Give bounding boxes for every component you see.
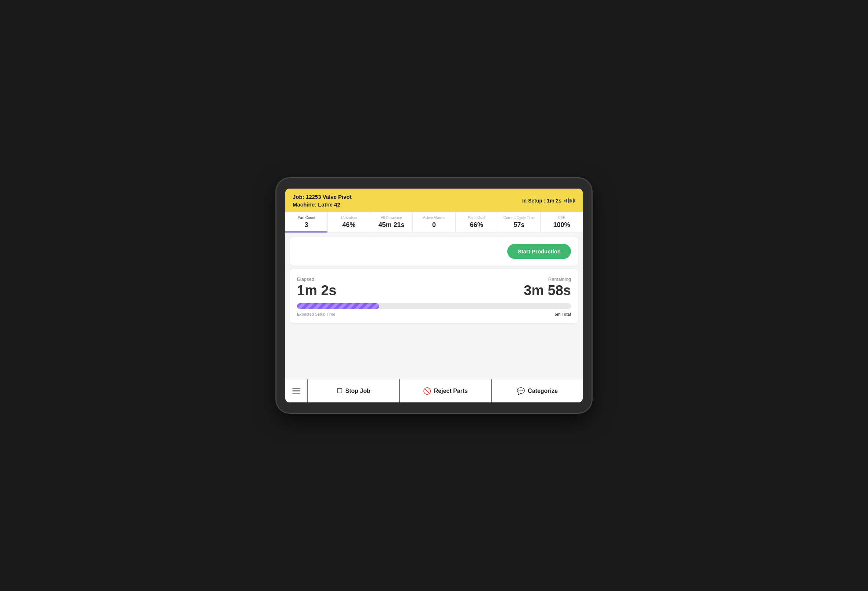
job-title: Job: 12253 Valve Pivot [292, 194, 351, 200]
metric-active-alarms-value: 0 [432, 221, 436, 229]
total-suffix: Total [560, 312, 571, 316]
tablet-shell: Job: 12253 Valve Pivot Machine: Lathe 42… [276, 178, 592, 413]
timer-card: Elapsed 1m 2s Remaining 3m 58s Expected … [290, 269, 578, 323]
reject-parts-label: Reject Parts [434, 388, 468, 394]
metric-utilization[interactable]: Utilization 46% [328, 212, 370, 233]
total-label: 5m Total [555, 312, 571, 316]
status-text: In Setup : 1m 2s [522, 198, 561, 203]
categorize-icon: 💬 [517, 387, 525, 395]
metric-cycle-time-value: 57s [514, 221, 524, 229]
remaining-value: 3m 58s [524, 283, 571, 297]
metric-oee-value: 100% [553, 221, 570, 229]
tablet-screen: Job: 12253 Valve Pivot Machine: Lathe 42… [285, 189, 583, 402]
metric-part-count-label: Part Count [298, 216, 315, 220]
elapsed-block: Elapsed 1m 2s [297, 276, 337, 297]
categorize-button[interactable]: 💬 Categorize [491, 379, 583, 402]
metric-cycle-time-label: Current Cycle Time [503, 216, 535, 220]
stop-job-label: Stop Job [345, 388, 370, 394]
setup-label: Expected Setup Time [297, 312, 335, 316]
hamburger-icon [292, 388, 300, 394]
metric-oee-label: OEE [558, 216, 565, 220]
progress-bar-container [297, 303, 571, 309]
stop-job-button[interactable]: ☐ Stop Job [307, 379, 399, 402]
progress-fill [297, 303, 379, 309]
elapsed-value: 1m 2s [297, 283, 337, 297]
elapsed-label: Elapsed [297, 276, 337, 282]
waveform-icon [564, 198, 576, 203]
reject-parts-icon: 🚫 [423, 387, 431, 395]
status-right: In Setup : 1m 2s [522, 198, 576, 203]
metric-all-downtime-value: 45m 21s [378, 221, 404, 229]
start-production-card: Start Production [290, 237, 578, 265]
header-bar: Job: 12253 Valve Pivot Machine: Lathe 42… [285, 189, 583, 212]
remaining-block: Remaining 3m 58s [524, 276, 571, 297]
metric-active-alarms-label: Active Alarms [423, 216, 445, 220]
metric-utilization-label: Utilization [341, 216, 357, 220]
metric-part-count-value: 3 [305, 221, 309, 229]
progress-labels: Expected Setup Time 5m Total [297, 312, 571, 316]
metric-parts-goal-label: Parts Goal [468, 216, 485, 220]
metric-parts-goal[interactable]: Parts Goal 66% [456, 212, 498, 233]
metric-all-downtime[interactable]: All Downtime 45m 21s [370, 212, 413, 233]
stop-job-icon: ☐ [337, 387, 342, 395]
main-content: Start Production Elapsed 1m 2s Remaining… [285, 233, 583, 379]
timer-row: Elapsed 1m 2s Remaining 3m 58s [297, 276, 571, 297]
metric-parts-goal-value: 66% [470, 221, 483, 229]
metric-all-downtime-label: All Downtime [381, 216, 402, 220]
metric-active-alarms[interactable]: Active Alarms 0 [413, 212, 455, 233]
metric-utilization-value: 46% [342, 221, 356, 229]
header-left: Job: 12253 Valve Pivot Machine: Lathe 42 [292, 194, 351, 208]
reject-parts-button[interactable]: 🚫 Reject Parts [399, 379, 491, 402]
categorize-label: Categorize [528, 388, 558, 394]
metric-oee[interactable]: OEE 100% [540, 212, 583, 233]
start-production-button[interactable]: Start Production [507, 244, 571, 259]
metric-part-count[interactable]: Part Count 3 [285, 212, 328, 233]
metric-cycle-time[interactable]: Current Cycle Time 57s [498, 212, 540, 233]
remaining-label: Remaining [524, 276, 571, 282]
total-value: 5m [555, 312, 561, 316]
metrics-bar: Part Count 3 Utilization 46% All Downtim… [285, 212, 583, 233]
menu-button[interactable] [285, 379, 307, 402]
machine-title: Machine: Lathe 42 [292, 201, 351, 208]
bottom-bar: ☐ Stop Job 🚫 Reject Parts 💬 Categorize [285, 379, 583, 402]
